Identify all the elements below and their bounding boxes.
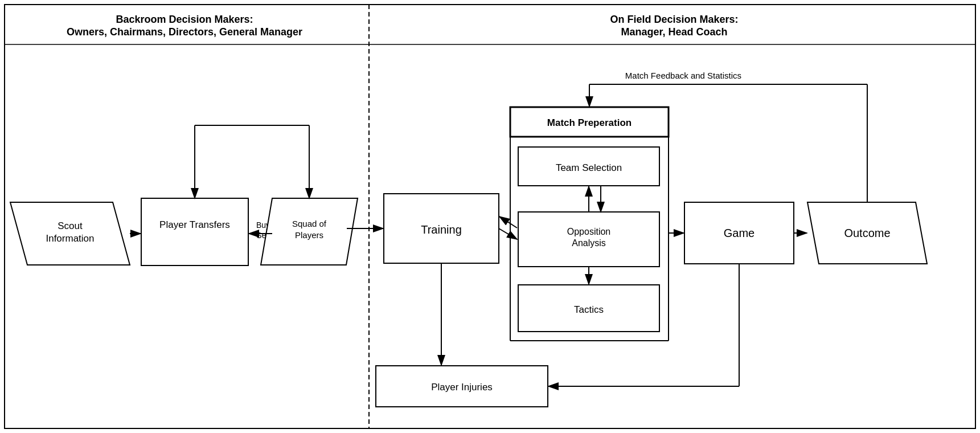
scout-information-label2: Information <box>46 233 94 244</box>
left-header-line1: Backroom Decision Makers: <box>116 14 253 25</box>
squad-of-players-label: Squad of <box>292 219 327 228</box>
match-feedback-label: Match Feedback and Statistics <box>625 71 741 80</box>
game-label: Game <box>724 227 755 239</box>
player-transfers-shape <box>141 198 248 265</box>
player-injuries-label: Player Injuries <box>431 382 493 393</box>
svg-line-10 <box>499 217 517 228</box>
scout-information-label: Scout <box>58 220 83 231</box>
diagram-container: Backroom Decision Makers: Owners, Chairm… <box>0 0 980 433</box>
match-prep-label: Match Preperation <box>547 117 632 128</box>
player-transfers-label: Player Transfers <box>159 219 230 230</box>
outcome-label: Outcome <box>844 227 890 239</box>
tactics-label: Tactics <box>574 304 604 315</box>
right-header-line2: Manager, Head Coach <box>621 26 727 38</box>
team-selection-label: Team Selection <box>556 162 622 173</box>
opposition-analysis-label: Opposition <box>567 227 611 236</box>
opposition-analysis-label2: Analysis <box>572 238 606 248</box>
svg-line-9 <box>499 228 517 239</box>
squad-of-players-label2: Players <box>295 230 323 240</box>
right-header-line1: On Field Decision Makers: <box>610 14 738 25</box>
training-label: Training <box>421 223 462 236</box>
left-header-line2: Owners, Chairmans, Directors, General Ma… <box>67 26 302 38</box>
